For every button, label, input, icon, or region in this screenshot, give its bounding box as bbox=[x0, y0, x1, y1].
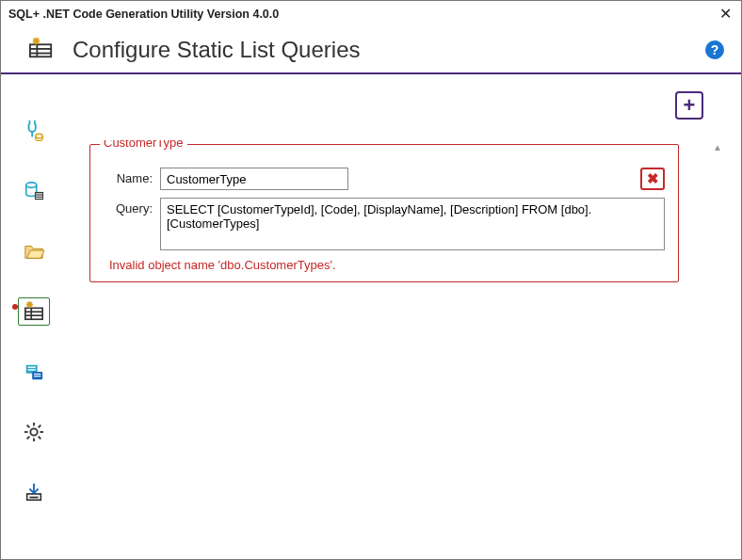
svg-rect-13 bbox=[36, 193, 42, 194]
nav-folder[interactable] bbox=[18, 237, 50, 265]
query-error-text: Invalid object name 'dbo.CustomerTypes'. bbox=[104, 258, 665, 272]
nav-static-list[interactable] bbox=[18, 297, 50, 326]
query-group: CustomerType Name: ✖ Query: Invalid obje… bbox=[89, 144, 679, 282]
nav-enums[interactable] bbox=[18, 358, 50, 386]
svg-line-35 bbox=[27, 425, 30, 428]
svg-rect-26 bbox=[28, 369, 36, 370]
svg-line-37 bbox=[27, 437, 30, 440]
query-label: Query: bbox=[104, 198, 153, 216]
svg-rect-25 bbox=[28, 367, 36, 368]
nav-build[interactable] bbox=[18, 478, 50, 506]
sidebar bbox=[1, 74, 67, 559]
window-title: SQL+ .NET Code Generation Utility Versio… bbox=[8, 8, 279, 21]
page-icon bbox=[27, 36, 56, 63]
query-list: CustomerType Name: ✖ Query: Invalid obje… bbox=[86, 140, 707, 536]
page-title: Configure Static List Queries bbox=[73, 37, 360, 63]
name-label: Name: bbox=[104, 168, 153, 185]
dirty-indicator-icon bbox=[12, 304, 18, 310]
query-legend: CustomerType bbox=[100, 140, 187, 150]
nav-settings[interactable] bbox=[18, 418, 50, 446]
window-close-button[interactable]: ✕ bbox=[719, 5, 732, 23]
svg-rect-29 bbox=[34, 376, 40, 376]
name-input[interactable] bbox=[160, 168, 348, 190]
svg-rect-40 bbox=[29, 497, 38, 499]
svg-rect-16 bbox=[25, 308, 42, 319]
delete-query-button[interactable]: ✖ bbox=[640, 168, 665, 190]
svg-rect-28 bbox=[34, 374, 40, 375]
svg-line-36 bbox=[39, 437, 41, 440]
query-textarea[interactable] bbox=[160, 198, 665, 250]
svg-point-10 bbox=[36, 134, 42, 138]
svg-line-38 bbox=[39, 425, 41, 428]
svg-point-11 bbox=[26, 183, 37, 188]
svg-rect-0 bbox=[30, 44, 51, 56]
svg-point-30 bbox=[30, 428, 37, 435]
nav-database[interactable] bbox=[18, 177, 50, 205]
svg-rect-15 bbox=[36, 198, 42, 199]
scroll-up-arrow-icon: ▲ bbox=[713, 142, 722, 152]
svg-rect-14 bbox=[36, 196, 42, 197]
nav-connect[interactable] bbox=[18, 117, 50, 145]
add-query-button[interactable]: + bbox=[675, 91, 703, 120]
help-button[interactable]: ? bbox=[705, 40, 724, 59]
main-panel: + ▲ CustomerType Name: ✖ Query: Invalid … bbox=[67, 74, 741, 559]
